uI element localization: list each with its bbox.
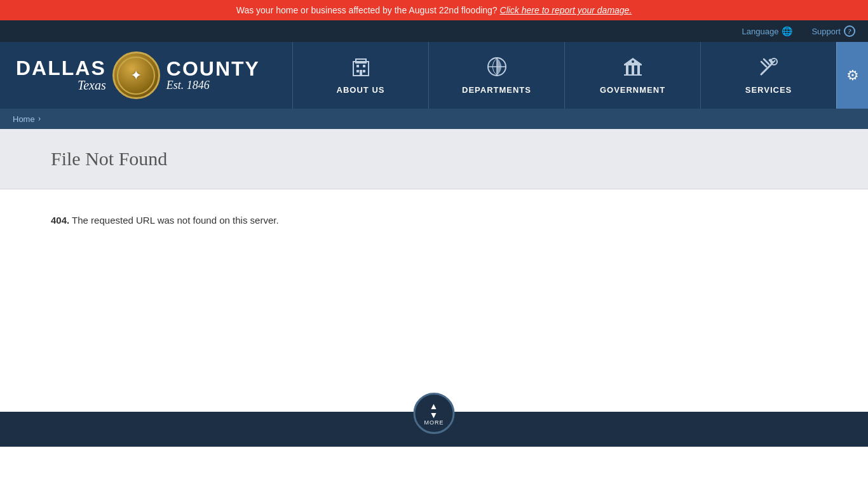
more-button[interactable]: ▲▼ MORE: [414, 393, 455, 434]
alert-text: Was your home or business affected by th…: [236, 5, 498, 15]
nav-label-government: GOVERNMENT: [600, 85, 665, 95]
nav-label-services: SERVICES: [745, 85, 792, 95]
main-content: 404. The requested URL was not found on …: [0, 189, 868, 412]
svg-line-21: [761, 62, 766, 67]
logo-est: Est. 1846: [166, 79, 210, 92]
language-label: Language: [742, 27, 779, 36]
breadcrumb-bar: Home ›: [0, 109, 868, 129]
logo-county: COUNTY: [166, 58, 260, 79]
departments-icon: [487, 57, 507, 81]
logo-dallas: DALLAS: [16, 58, 106, 78]
svg-rect-12: [632, 65, 634, 74]
nav-item-departments[interactable]: DEPARTMENTS: [428, 42, 564, 109]
error-message: The requested URL was not found on this …: [72, 215, 278, 226]
svg-rect-6: [360, 70, 362, 76]
logo-texas: Texas: [78, 78, 106, 93]
svg-point-15: [632, 60, 634, 63]
error-code: 404.: [51, 215, 69, 226]
logo-section[interactable]: DALLAS Texas ✦ COUNTY Est. 1846: [0, 42, 292, 109]
seal-star: ✦: [130, 67, 142, 84]
government-icon: [623, 57, 643, 81]
question-icon: ?: [844, 25, 855, 37]
alert-link[interactable]: Click here to report your damage.: [500, 5, 632, 15]
svg-rect-4: [356, 70, 359, 72]
language-selector[interactable]: Language 🌐: [742, 26, 793, 36]
nav-item-government[interactable]: GOVERNMENT: [564, 42, 700, 109]
svg-rect-11: [626, 65, 628, 74]
more-label: MORE: [424, 419, 444, 426]
svg-rect-2: [356, 65, 359, 67]
svg-rect-13: [637, 65, 640, 74]
globe-icon: 🌐: [782, 26, 792, 36]
gear-icon: ⚙: [846, 67, 859, 84]
page-title-section: File Not Found: [0, 129, 868, 189]
support-button[interactable]: Support ?: [811, 25, 855, 37]
svg-line-20: [764, 59, 769, 64]
nav-item-services[interactable]: SERVICES: [700, 42, 836, 109]
logo-text-left: DALLAS Texas: [16, 58, 106, 93]
alert-banner: Was your home or business affected by th…: [0, 0, 868, 20]
breadcrumb-home[interactable]: Home: [13, 114, 35, 124]
error-paragraph: 404. The requested URL was not found on …: [51, 215, 817, 226]
svg-rect-14: [624, 74, 642, 76]
footer: ▲▼ MORE: [0, 412, 868, 447]
support-label: Support: [811, 27, 841, 36]
nav-items: ABOUT US DEPARTMENTS: [292, 42, 836, 109]
nav-label-about-us: ABOUT US: [337, 85, 385, 95]
breadcrumb-separator: ›: [38, 114, 41, 124]
settings-button[interactable]: ⚙: [836, 42, 868, 109]
nav-item-about-us[interactable]: ABOUT US: [292, 42, 428, 109]
building-icon: [351, 57, 371, 81]
svg-rect-5: [363, 70, 365, 72]
more-arrows-icon: ▲▼: [430, 402, 439, 419]
utility-bar: Language 🌐 Support ?: [0, 20, 868, 42]
page-title: File Not Found: [51, 148, 817, 170]
logo-text-right: COUNTY Est. 1846: [166, 58, 260, 92]
logo-seal: ✦: [112, 51, 160, 99]
svg-rect-3: [363, 65, 365, 67]
header: DALLAS Texas ✦ COUNTY Est. 1846: [0, 42, 868, 109]
services-icon: [759, 57, 779, 81]
nav-label-departments: DEPARTMENTS: [462, 85, 531, 95]
